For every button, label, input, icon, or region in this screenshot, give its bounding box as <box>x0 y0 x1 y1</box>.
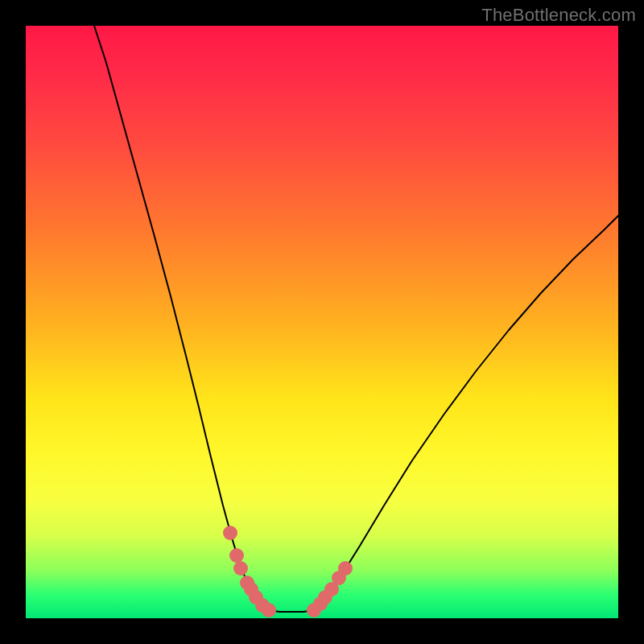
marker-right-markers <box>338 561 353 576</box>
marker-left-markers <box>233 561 248 576</box>
plot-area <box>26 26 618 618</box>
line-left-branch <box>94 26 269 610</box>
watermark-text: TheBottleneck.com <box>481 5 636 26</box>
series-lines <box>94 26 618 612</box>
series-markers <box>223 526 353 617</box>
marker-left-markers <box>229 548 244 563</box>
line-right-branch <box>314 216 618 610</box>
marker-left-markers <box>223 526 237 540</box>
outer-frame: TheBottleneck.com <box>0 0 644 644</box>
marker-left-markers <box>262 603 276 617</box>
chart-svg <box>26 26 618 618</box>
